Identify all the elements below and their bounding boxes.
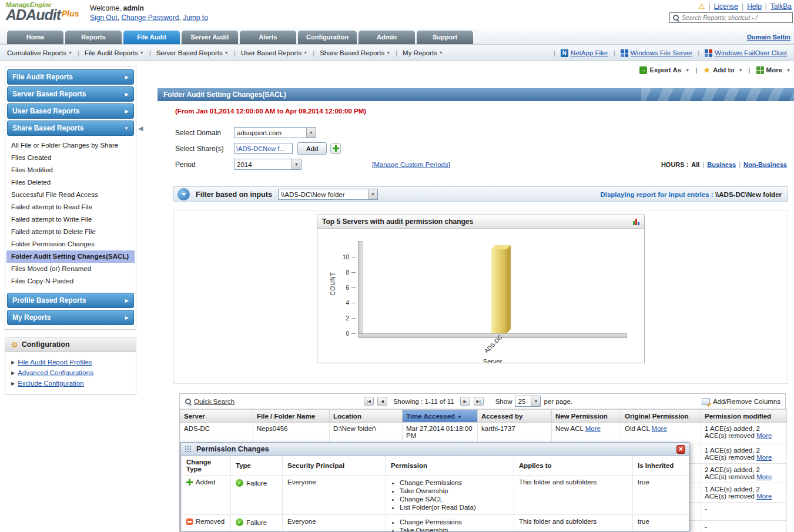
config-link-file-audit-report-profiles[interactable]: ▶File Audit Report Profiles [9,357,132,367]
col-header-location[interactable]: Location [330,410,403,423]
add-share-icon[interactable] [330,143,341,154]
more-button[interactable]: More ▼ [756,66,790,74]
col-header-new-permission[interactable]: New Permission [552,410,621,423]
sidebar-section-file-audit-reports[interactable]: File Audit Reports ▶ [7,69,134,85]
warning-icon[interactable]: ⚠ [698,2,705,11]
add-button[interactable]: Add [297,142,327,155]
more-link[interactable]: More [756,454,772,461]
search-input[interactable] [682,14,790,21]
menu-cumulative-reports[interactable]: Cumulative Reports▼ [7,49,72,56]
section-label: My Reports [12,313,51,322]
more-link[interactable]: More [585,425,601,432]
separator: | [695,66,697,73]
page-size-select[interactable]: 25 ▼ [515,396,541,407]
sidebar-item-folder-audit-setting-changes[interactable]: Folder Audit Setting Changes(SACL) [6,250,135,263]
showing-label: Showing : [393,398,423,405]
netapp-filer-link[interactable]: NNetApp Filer [561,49,608,57]
first-page-button[interactable]: |◀ [364,397,374,406]
add-to-button[interactable]: ★ Add to ▼ [703,65,742,75]
col-header-time-accessed[interactable]: Time Accessed▼ [403,410,478,423]
tab-admin[interactable]: Admin [359,31,415,44]
more-link[interactable]: More [756,432,772,439]
period-select[interactable]: 2014 ▼ [234,159,301,170]
windows-file-server-link[interactable]: Windows File Server [621,49,692,57]
sidebar-item-files-modified[interactable]: Files Modified [6,164,135,176]
manage-custom-periods-link[interactable]: [Manage Custom Periods] [372,161,450,168]
tab-support[interactable]: Support [417,31,473,44]
tab-home[interactable]: Home [7,31,63,44]
next-page-button[interactable]: ▶ [460,397,470,406]
tab-server-audit[interactable]: Server Audit [182,31,238,44]
cell-time-accessed: Mar 27,2014 01:18:00 PM [403,423,478,444]
sidebar-section-share-based-reports[interactable]: Share Based Reports ▼ [7,121,134,136]
filter-input-select[interactable]: \\ADS-DC\New folder ▼ [278,189,378,200]
last-page-button[interactable]: ▶| [474,397,484,406]
tab-configuration[interactable]: Configuration [298,31,357,44]
configuration-links: ▶File Audit Report Profiles ▶Advanced Co… [5,352,136,394]
col-header-accessed-by[interactable]: Accessed by [478,410,552,423]
cell-original-permission: Old ACL More [621,423,701,444]
quick-search[interactable]: Quick Search [185,398,234,405]
domain-settings-link[interactable]: Domain Settin [747,34,790,41]
tab-file-audit[interactable]: File Audit [123,31,180,44]
tab-alerts[interactable]: Alerts [240,31,296,44]
sidebar-item-files-created[interactable]: Files Created [6,152,135,164]
menu-share-based-reports[interactable]: Share Based Reports▼ [320,49,390,56]
config-link-exclude-configuration[interactable]: ▶Exclude Configuration [9,378,132,389]
menu-user-based-reports[interactable]: User Based Reports▼ [241,49,307,56]
sidebar-item-failed-read[interactable]: Failed attempt to Read File [6,201,135,213]
menu-file-audit-reports[interactable]: File Audit Reports▼ [85,49,144,56]
col-header-permission-modified[interactable]: Permission modified [701,410,787,423]
jump-to-link[interactable]: Jump to [183,14,208,22]
sign-out-link[interactable]: Sign Out [90,14,118,22]
change-type-label: Removed [196,518,225,525]
drag-handle-icon[interactable] [185,446,192,453]
windows-failover-cluster-link[interactable]: Windows FailOver Clust [705,49,787,57]
more-link[interactable]: More [652,425,667,432]
search-box[interactable] [669,12,793,23]
talkback-link[interactable]: TalkBa [770,2,792,11]
sidebar-collapse-handle[interactable]: ◀ [138,125,143,132]
sidebar-item-failed-delete[interactable]: Failed attempt to Delete File [6,226,135,238]
prev-page-button[interactable]: ◀ [377,397,387,406]
hours-business-link[interactable]: Business [707,161,736,168]
col-header-server[interactable]: Server [180,410,253,423]
col-header-file-folder-name[interactable]: File / Folder Name [253,410,330,423]
license-link[interactable]: License [714,2,738,11]
close-icon[interactable]: × [676,445,685,454]
arrow-right-icon: ▶ [11,370,15,376]
sidebar-section-profile-based-reports[interactable]: Profile Based Reports ▶ [7,293,134,308]
more-link[interactable]: More [756,473,772,480]
share-input[interactable] [234,143,293,154]
sidebar-item-failed-write[interactable]: Failed attempt to Write File [6,213,135,226]
sidebar-item-files-copy-n-pasted[interactable]: Files Copy-N-Pasted [6,275,135,287]
sidebar-section-server-based-reports[interactable]: Server Based Reports ▶ [7,86,134,102]
sidebar-item-successful-file-read[interactable]: Successful File Read Access [6,189,135,201]
sidebar-item-folder-permission-changes[interactable]: Folder Permission Changes [6,238,135,250]
change-password-link[interactable]: Change Password [121,14,179,22]
col-header-original-permission[interactable]: Original Permission [621,410,701,423]
sidebar-section-my-reports[interactable]: My Reports ▶ [7,310,134,325]
more-link[interactable]: More [756,493,772,500]
domain-select[interactable]: adsupport.com ▼ [234,127,316,138]
menu-server-based-reports[interactable]: Server Based Reports▼ [156,49,229,56]
popup-col-applies-to: Applies to [514,456,633,476]
hours-all[interactable]: All [691,161,699,168]
help-link[interactable]: Help [747,2,762,11]
sidebar-section-user-based-reports[interactable]: User Based Reports ▶ [7,103,134,119]
config-link-label: Advanced Configurations [18,369,93,376]
chevron-down-icon: ▼ [140,51,144,55]
menu-my-reports[interactable]: My Reports▼ [403,49,443,56]
export-as-button[interactable]: → Export As ▼ [639,66,689,74]
sidebar-item-files-deleted[interactable]: Files Deleted [6,176,135,189]
tab-reports[interactable]: Reports [65,31,122,44]
add-remove-columns[interactable]: Add/Remove Columns [702,398,780,405]
popup-header: Permission Changes × [181,443,689,456]
hours-non-business-link[interactable]: Non-Business [743,161,787,168]
bar-chart-icon[interactable] [633,218,639,225]
popup-col-is-inherited: Is Inherited [633,456,690,476]
config-link-advanced-configurations[interactable]: ▶Advanced Configurations [9,367,132,378]
sidebar-item-files-moved-renamed[interactable]: Files Moved (or) Renamed [6,263,135,275]
sidebar-item-all-file-folder-changes[interactable]: All File or Folder Changes by Share [6,139,135,152]
chart-left-wall [358,241,363,333]
